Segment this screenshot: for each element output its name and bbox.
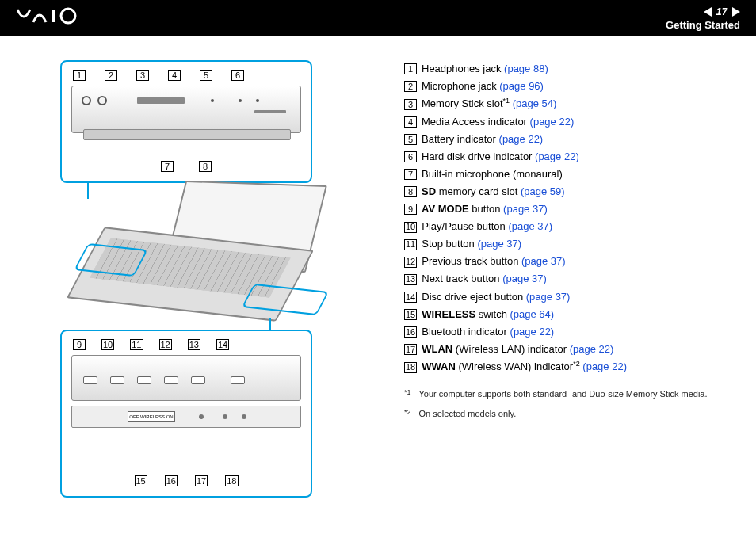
- legend-number: 11: [404, 239, 417, 250]
- page-link[interactable]: (page 64): [510, 308, 555, 320]
- legend-number: 5: [404, 134, 417, 145]
- legend-item: 3Memory Stick slot*1 (page 54): [404, 95, 740, 113]
- legend-item: 14Disc drive eject button (page 37): [404, 288, 740, 306]
- legend-text: WLAN (Wireless LAN) indicator (page 22): [422, 341, 613, 358]
- media-controls-strip: [71, 355, 301, 401]
- legend-number: 14: [404, 292, 417, 303]
- legend-text: Stop button (page 37): [422, 235, 521, 253]
- legend-item: 5Battery indicator (page 22): [404, 131, 740, 148]
- page-link[interactable]: (page 37): [477, 238, 521, 250]
- legend-item: 8SD memory card slot (page 59): [404, 183, 740, 200]
- svg-rect-0: [52, 10, 55, 22]
- page-link[interactable]: (page 22): [570, 343, 614, 355]
- legend-text: Headphones jack (page 88): [422, 60, 548, 78]
- legend-item: 18WWAN (Wireless WAN) indicator*2 (page …: [404, 358, 740, 376]
- callout-15: 15: [135, 475, 147, 486]
- footnote: *2On selected models only.: [404, 406, 740, 421]
- legend-text: WWAN (Wireless WAN) indicator*2 (page 22…: [422, 358, 627, 376]
- callout-9: 9: [73, 339, 86, 350]
- callout-12: 12: [159, 339, 172, 350]
- legend-item: 15WIRELESS switch (page 64): [404, 306, 740, 323]
- page-link[interactable]: (page 22): [582, 360, 627, 372]
- legend-text: Next track button (page 37): [422, 270, 547, 288]
- legend-text: Battery indicator (page 22): [422, 131, 543, 148]
- legend-number: 12: [404, 257, 417, 268]
- play-btn-icon: [110, 376, 124, 384]
- svg-point-1: [61, 9, 75, 23]
- callout-2: 2: [105, 70, 117, 81]
- section-title: Getting Started: [666, 19, 740, 31]
- legend-number: 3: [404, 99, 417, 110]
- memory-stick-slot-icon: [137, 97, 185, 104]
- legend-number: 8: [404, 186, 417, 197]
- legend-item: 12Previous track button (page 37): [404, 253, 740, 270]
- legend-text: Media Access indicator (page 22): [422, 113, 574, 131]
- bt-indicator-icon: [199, 414, 204, 419]
- vaio-logo-svg: [16, 6, 103, 25]
- diagram-front-controls: 9 10 11 12 13 14 OFF WIRELESS ON: [60, 330, 312, 498]
- legend-text: SD memory card slot (page 59): [422, 183, 565, 200]
- callout-3: 3: [136, 70, 149, 81]
- next-page-icon[interactable]: [732, 7, 740, 17]
- avmode-btn-icon: [83, 376, 97, 384]
- port-strip-illustration: [71, 86, 301, 133]
- legend-number: 1: [404, 63, 417, 74]
- legend-item: 17WLAN (Wireless LAN) indicator (page 22…: [404, 341, 740, 358]
- legend-text: Disc drive eject button (page 37): [422, 288, 570, 306]
- page-content: 1 2 3 4 5 6 7 8: [0, 36, 756, 421]
- callouts-d2-bot: 15 16 17 18: [62, 475, 311, 493]
- indicator-icon: [256, 99, 259, 102]
- legend-item: 4Media Access indicator (page 22): [404, 113, 740, 131]
- page-link[interactable]: (page 37): [521, 255, 566, 267]
- page-link[interactable]: (page 59): [521, 185, 565, 197]
- legend-text: WIRELESS switch (page 64): [422, 306, 554, 323]
- prev-btn-icon: [164, 376, 178, 384]
- callout-4: 4: [168, 70, 181, 81]
- legend-text: Hard disk drive indicator (page 22): [422, 148, 579, 166]
- legend-number: 4: [404, 116, 417, 128]
- headphone-jack-icon: [82, 96, 91, 105]
- legend-text: Microphone jack (page 96): [422, 78, 544, 95]
- indicator-icon: [239, 99, 242, 102]
- callout-11: 11: [130, 339, 143, 350]
- mic-jack-icon: [97, 96, 107, 105]
- paginator: 17 Getting Started: [666, 6, 740, 31]
- legend-number: 9: [404, 204, 417, 215]
- legend-item: 13Next track button (page 37): [404, 270, 740, 288]
- legend-number: 7: [404, 169, 417, 180]
- callout-6: 6: [231, 70, 244, 81]
- diagram-column: 1 2 3 4 5 6 7 8: [32, 60, 372, 421]
- page-link[interactable]: (page 22): [530, 116, 575, 128]
- page-link[interactable]: (page 88): [504, 63, 548, 74]
- legend-text: Bluetooth indicator (page 22): [422, 323, 554, 341]
- page-link[interactable]: (page 22): [499, 133, 544, 145]
- legend-text: Built-in microphone (monaural): [422, 166, 563, 183]
- page-link[interactable]: (page 37): [503, 203, 548, 215]
- callout-16: 16: [165, 475, 178, 486]
- legend-text: Play/Pause button (page 37): [422, 218, 552, 235]
- legend-text: AV MODE button (page 37): [422, 200, 548, 218]
- page-link[interactable]: (page 96): [499, 80, 544, 92]
- legend-number: 17: [404, 344, 417, 355]
- page-number: 17: [716, 6, 727, 17]
- legend-number: 15: [404, 309, 417, 320]
- page-link[interactable]: (page 54): [513, 98, 557, 110]
- legend-list: 1Headphones jack (page 88)2Microphone ja…: [404, 60, 740, 376]
- page-link[interactable]: (page 37): [526, 291, 571, 303]
- page-link[interactable]: (page 37): [508, 220, 552, 232]
- page-link[interactable]: (page 22): [510, 326, 555, 338]
- connector-line: [269, 318, 271, 330]
- callout-13: 13: [188, 339, 200, 350]
- indicator-icon: [211, 99, 214, 102]
- legend-number: 6: [404, 151, 417, 162]
- callout-8: 8: [199, 161, 212, 172]
- page-link[interactable]: (page 37): [502, 273, 547, 284]
- callouts-bottom-row: 7 8: [62, 161, 311, 178]
- footnote-mark: *1: [404, 387, 411, 402]
- callout-14: 14: [216, 339, 229, 350]
- footnote-text: On selected models only.: [419, 406, 517, 421]
- legend-number: 16: [404, 326, 417, 338]
- page-link[interactable]: (page 22): [535, 151, 579, 162]
- legend-item: 7Built-in microphone (monaural): [404, 166, 740, 183]
- prev-page-icon[interactable]: [704, 7, 712, 17]
